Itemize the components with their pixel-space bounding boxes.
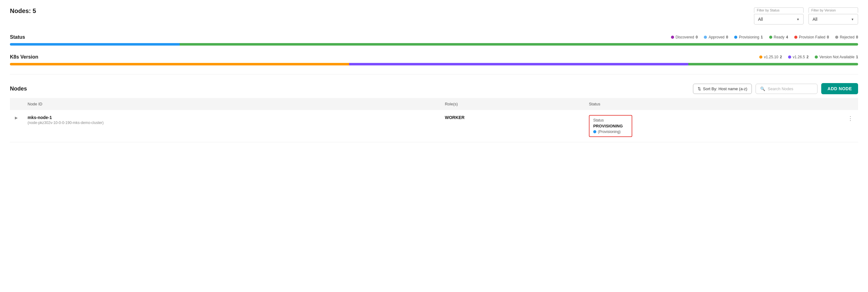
legend-count: 0 (827, 35, 829, 39)
legend-item: v1.25.10 2 (759, 55, 782, 59)
k8s-legend: v1.25.10 2v1.26.5 2Version Not Available… (759, 55, 858, 59)
progress-segment (10, 63, 349, 65)
legend-count: 1 (761, 35, 763, 39)
progress-segment (180, 43, 858, 46)
legend-label: Rejected (840, 35, 855, 39)
more-actions-cell[interactable]: ⋮ (843, 110, 858, 142)
chevron-down-icon: ▼ (797, 18, 800, 21)
legend-label: v1.26.5 (793, 55, 805, 59)
filter-version-label: Filter by Version (808, 7, 858, 13)
nodes-table: Node ID Role(s) Status ▶ mks-node-1 (nod… (10, 98, 858, 142)
roles-cell: WORKER (440, 110, 584, 142)
nodes-controls: ⇅ Sort By: Host name (a-z) 🔍 Search Node… (693, 83, 858, 94)
nodes-section-title: Nodes (10, 86, 27, 92)
status-progress-bar (10, 43, 858, 46)
legend-count: 2 (806, 55, 808, 59)
filter-status-group: Filter by Status All ▼ (754, 7, 804, 25)
progress-segment (10, 43, 180, 46)
legend-label: Provision Failed (799, 35, 825, 39)
status-value: PROVISIONING (593, 124, 628, 128)
filter-status-select[interactable]: All ▼ (754, 14, 804, 25)
k8s-progress-bar (10, 63, 858, 65)
status-section: Status Discovered 0Approved 0Provisionin… (10, 34, 858, 46)
expand-icon[interactable]: ▶ (15, 116, 18, 120)
legend-dot (835, 36, 838, 39)
table-row: ▶ mks-node-1 (node-pkz302v-10-0-0-190-mk… (10, 110, 858, 142)
node-id-container: mks-node-1 (node-pkz302v-10-0-0-190-mks-… (28, 115, 435, 125)
legend-dot (788, 56, 791, 59)
filter-status-value: All (758, 17, 763, 22)
legend-dot (734, 36, 737, 39)
k8s-section-title: K8s Version (10, 54, 38, 60)
node-id-sub: (node-pkz302v-10-0-0-190-mks-demo-cluste… (28, 121, 435, 125)
col-actions (843, 98, 858, 110)
role-badge: WORKER (445, 115, 465, 120)
legend-dot (704, 36, 707, 39)
legend-count: 1 (856, 55, 858, 59)
sort-button[interactable]: ⇅ Sort By: Host name (a-z) (693, 84, 752, 94)
progress-segment (349, 63, 688, 65)
table-header-row: Node ID Role(s) Status (10, 98, 858, 110)
status-legend: Discovered 0Approved 0Provisioning 1Read… (671, 35, 858, 39)
expand-cell[interactable]: ▶ (10, 110, 23, 142)
legend-label: Provisioning (739, 35, 759, 39)
progress-segment (688, 63, 858, 65)
legend-item: Provision Failed 0 (794, 35, 829, 39)
filter-version-group: Filter by Version All ▼ (808, 7, 858, 25)
add-node-button[interactable]: ADD NODE (821, 83, 858, 94)
filter-version-select[interactable]: All ▼ (808, 14, 858, 25)
legend-count: 0 (726, 35, 728, 39)
legend-label: Ready (774, 35, 785, 39)
legend-item: Discovered 0 (671, 35, 698, 39)
filter-version-value: All (812, 17, 817, 22)
sort-label: Sort By: Host name (a-z) (703, 86, 747, 91)
node-id-main: mks-node-1 (28, 115, 435, 120)
legend-label: Approved (709, 35, 724, 39)
legend-item: Provisioning 1 (734, 35, 763, 39)
k8s-section: K8s Version v1.25.10 2v1.26.5 2Version N… (10, 54, 858, 65)
sort-icon: ⇅ (698, 86, 701, 91)
status-cell: Status PROVISIONING (Provisioning) (584, 110, 843, 142)
legend-item: Rejected 0 (835, 35, 858, 39)
filters-container: Filter by Status All ▼ Filter by Version… (754, 7, 858, 25)
legend-count: 2 (780, 55, 782, 59)
nodes-section-header: Nodes ⇅ Sort By: Host name (a-z) 🔍 Searc… (10, 79, 858, 94)
node-id-cell: mks-node-1 (node-pkz302v-10-0-0-190-mks-… (23, 110, 440, 142)
legend-item: Approved 0 (704, 35, 728, 39)
filter-status-label: Filter by Status (754, 7, 804, 13)
search-box[interactable]: 🔍 Search Nodes (755, 84, 817, 94)
legend-dot (759, 56, 763, 59)
status-cell-wrapper: Status PROVISIONING (Provisioning) (589, 115, 632, 137)
col-node-id: Node ID (23, 98, 440, 110)
col-status: Status (584, 98, 843, 110)
legend-item: v1.26.5 2 (788, 55, 808, 59)
legend-item: Version Not Available 1 (815, 55, 858, 59)
legend-count: 4 (786, 35, 788, 39)
k8s-section-header: K8s Version v1.25.10 2v1.26.5 2Version N… (10, 54, 858, 60)
col-roles: Role(s) (440, 98, 584, 110)
legend-dot (671, 36, 674, 39)
status-badge-row: (Provisioning) (593, 129, 628, 134)
legend-dot (794, 36, 797, 39)
more-icon[interactable]: ⋮ (847, 115, 853, 121)
legend-label: v1.25.10 (764, 55, 778, 59)
status-section-title: Status (10, 34, 25, 40)
nodes-count-title: Nodes: 5 (10, 7, 36, 14)
status-section-header: Status Discovered 0Approved 0Provisionin… (10, 34, 858, 40)
chevron-down-icon-2: ▼ (851, 18, 854, 21)
search-placeholder-text: Search Nodes (768, 86, 793, 91)
col-expand (10, 98, 23, 110)
legend-count: 0 (856, 35, 858, 39)
legend-label: Discovered (676, 35, 694, 39)
page-header: Nodes: 5 Filter by Status All ▼ Filter b… (10, 7, 858, 25)
provisioning-dot (593, 130, 596, 133)
status-badge-text: (Provisioning) (598, 129, 620, 134)
legend-label: Version Not Available (819, 55, 855, 59)
search-icon: 🔍 (760, 86, 765, 91)
legend-dot (815, 56, 818, 59)
legend-dot (769, 36, 772, 39)
legend-count: 0 (696, 35, 698, 39)
legend-item: Ready 4 (769, 35, 788, 39)
status-label: Status (593, 118, 628, 122)
